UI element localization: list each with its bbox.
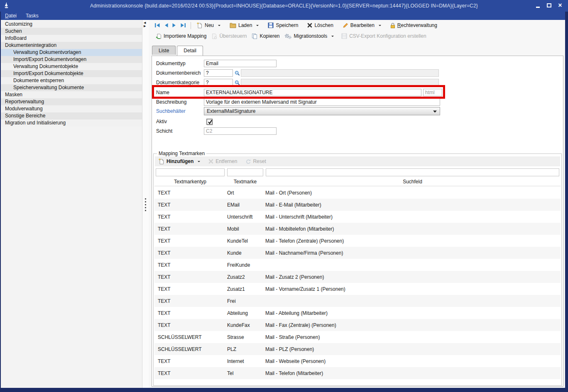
sidebar-item[interactable]: Verwaltung Dokumentobjekte: [1, 63, 142, 70]
sidebar-item[interactable]: Sonstige Bereiche: [1, 112, 142, 119]
table-row[interactable]: SCHLÜSSELWERTStrasseMail - Straße (Perso…: [154, 331, 561, 343]
name-field[interactable]: [204, 89, 421, 96]
migrationstools-dropdown-icon[interactable]: [331, 36, 334, 38]
rechteverwaltung-button[interactable]: Rechteverwaltung: [388, 21, 440, 30]
loeschen-button[interactable]: Löschen: [305, 21, 335, 29]
suchbehaelter-value: ExternalMailSignature: [207, 108, 437, 114]
table-row[interactable]: TEXTKundeTelMail - Telefon (Zentrale) (P…: [154, 235, 561, 247]
table-row[interactable]: TEXTKundeFaxMail - Fax (Zentrale) (Perso…: [154, 319, 561, 331]
dokumentkategorie-display-field: [241, 79, 439, 86]
suchfeld-filter-input[interactable]: [266, 168, 559, 176]
dokumentenbereich-display-field: [241, 69, 439, 77]
column-header-suchfeld[interactable]: Suchfeld: [264, 178, 561, 186]
search-lookup-icon[interactable]: [235, 80, 240, 85]
maximize-icon[interactable]: [546, 2, 552, 8]
minimize-icon[interactable]: [535, 2, 541, 8]
textmarkentyp-cell: TEXT: [154, 358, 226, 364]
textmarkentyp-cell: TEXT: [154, 298, 226, 304]
sidebar-item[interactable]: Import/Export Dokumentobjekte: [1, 70, 142, 77]
textmarke-cell: Mobil: [226, 226, 264, 232]
sidebar-item[interactable]: Speicherverwaltung Dokumente: [1, 84, 142, 91]
migrationstools-button[interactable]: Migrationstools: [282, 32, 336, 41]
table-row[interactable]: TEXTZusatz1Mail - Vorname/Zusatz 1 (Pers…: [154, 283, 561, 295]
sidebar-item[interactable]: InfoBoard: [1, 35, 142, 42]
suchfeld-cell: Mail - Telefon (Zentrale) (Personen): [264, 238, 561, 244]
bearbeiten-button[interactable]: Bearbeiten: [340, 21, 384, 29]
sidebar-item[interactable]: Customizing: [1, 21, 142, 28]
table-row[interactable]: TEXTInternetMail - Webseite (Personen): [154, 355, 561, 367]
groupbox-title: Mapping Textmarken: [157, 151, 206, 156]
table-row[interactable]: TEXTUnterschriftMail - Unterschrift (Mit…: [154, 211, 561, 223]
sidebar-item[interactable]: Masken: [1, 91, 142, 98]
bearbeiten-dropdown-icon[interactable]: [379, 25, 381, 27]
suchfeld-cell: Mail - Straße (Personen): [264, 334, 561, 340]
tab-detail[interactable]: Detail: [177, 46, 203, 56]
close-icon[interactable]: ×: [557, 2, 563, 8]
table-row[interactable]: TEXTMobilMail - Mobiltelefon (Mitarbeite…: [154, 223, 561, 235]
textmarkentyp-cell: SCHLÜSSELWERT: [154, 334, 226, 340]
table-row[interactable]: TEXTOrtMail - Ort (Personen): [154, 187, 561, 199]
next-record-button[interactable]: [170, 22, 179, 29]
suchfeld-cell: Mail - PLZ (Personen): [264, 346, 561, 352]
menu-item-tasks[interactable]: Tasks: [26, 13, 39, 19]
textmarke-filter-input[interactable]: [227, 168, 263, 176]
table-row[interactable]: TEXTEMailMail - E-Mail (Mitarbeiter): [154, 199, 561, 211]
table-row[interactable]: TEXTAbteilungMail - Abteilung (Mitarbeit…: [154, 307, 561, 319]
textmarke-cell: FreiKunde: [226, 262, 264, 268]
suchbehaelter-dropdown[interactable]: ExternalMailSignature: [204, 107, 440, 115]
override-document-icon: [211, 33, 217, 39]
splitter-handle[interactable]: [145, 198, 146, 213]
neu-button[interactable]: Neu: [194, 21, 223, 30]
sidebar-item[interactable]: Reportverwaltung: [1, 98, 142, 105]
column-header-textmarke[interactable]: Textmarke: [226, 178, 264, 186]
reset-button[interactable]: Reset: [245, 158, 267, 165]
table-row[interactable]: TEXTTelMail - Telefon (Mitarbeiter): [154, 367, 561, 379]
tab-liste[interactable]: Liste: [152, 46, 176, 55]
sidebar-item[interactable]: Modulverwaltung: [1, 105, 142, 112]
sidebar-item[interactable]: Verwaltung Dokumentvorlagen: [1, 49, 142, 56]
table-row[interactable]: TEXTZusatz2Mail - Zusatz 2 (Personen): [154, 271, 561, 283]
menubar: DateiTasks: [1, 12, 565, 20]
textmarkentyp-cell: TEXT: [154, 238, 226, 244]
kopieren-button[interactable]: Kopieren: [249, 32, 282, 41]
table-row[interactable]: SCHLÜSSELWERTPLZMail - PLZ (Personen): [154, 343, 561, 355]
dokumentenbereich-field[interactable]: [204, 69, 233, 77]
beschreibung-field[interactable]: [204, 98, 440, 106]
speichern-button[interactable]: Speichern: [265, 21, 301, 29]
dokumenttyp-field[interactable]: [204, 60, 277, 67]
collapse-left-icon[interactable]: ◀: [144, 21, 146, 24]
importiere-mapping-button[interactable]: Importiere Mapping: [153, 32, 209, 41]
search-lookup-icon[interactable]: [235, 71, 240, 76]
sidebar-item[interactable]: Migration und Initialisierung: [1, 119, 142, 127]
first-record-button[interactable]: [153, 22, 162, 29]
previous-record-button[interactable]: [162, 22, 170, 29]
menu-item-datei[interactable]: Datei: [5, 13, 17, 19]
table-row[interactable]: TEXTFreiKunde: [154, 259, 561, 271]
sidebar-item[interactable]: Suchen: [1, 28, 142, 35]
table-row[interactable]: TEXTKundeMail - Nachname/Firma (Personen…: [154, 247, 561, 259]
uebersteuern-button[interactable]: Übersteuern: [209, 32, 249, 41]
suchfeld-cell: Mail - Nachname/Firma (Personen): [264, 250, 561, 256]
laden-button[interactable]: Laden: [227, 21, 261, 29]
sidebar-item[interactable]: Import/Export Dokumentvorlagen: [1, 56, 142, 63]
sidebar-item[interactable]: Dokumente entsperren: [1, 77, 142, 84]
dokumentkategorie-field[interactable]: [204, 79, 233, 86]
textmarkentyp-cell: TEXT: [154, 250, 226, 256]
column-header-textmarkentyp[interactable]: Textmarkentyp: [154, 178, 226, 186]
expand-right-icon[interactable]: ▶: [144, 24, 146, 27]
suchbehaelter-label[interactable]: Suchbehälter: [156, 108, 204, 114]
hinzufuegen-button[interactable]: Hinzufügen: [157, 158, 201, 165]
textmarkentyp-cell: SCHLÜSSELWERT: [154, 346, 226, 352]
entfernen-button[interactable]: Entfernen: [208, 158, 238, 165]
csv-export-button[interactable]: CSV-Export Konfiguration erstellen: [339, 32, 428, 40]
textmarke-cell: Frei: [226, 298, 264, 304]
neu-dropdown-icon[interactable]: [218, 25, 220, 27]
laden-dropdown-icon[interactable]: [256, 25, 259, 27]
sidebar-item[interactable]: Dokumentenintegration: [1, 42, 142, 49]
last-record-button[interactable]: [179, 22, 188, 29]
add-document-icon: [158, 158, 164, 165]
hinzufuegen-dropdown-icon[interactable]: [198, 161, 200, 163]
textmarkentyp-filter-input[interactable]: [156, 168, 225, 176]
table-row[interactable]: TEXTFrei: [154, 295, 561, 307]
aktiv-checkbox[interactable]: [206, 119, 213, 125]
